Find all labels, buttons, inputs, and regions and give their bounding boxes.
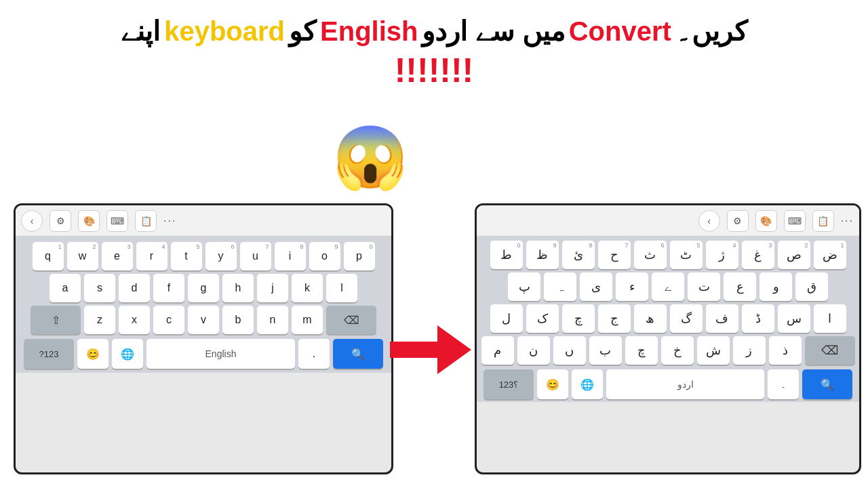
- key-gaf[interactable]: گ: [670, 304, 703, 333]
- right-more-options-icon[interactable]: ···: [841, 215, 854, 227]
- urdu-period-key[interactable]: ۔: [768, 369, 799, 399]
- key-waw[interactable]: و: [760, 272, 792, 301]
- right-keyboard-icon[interactable]: ⌨: [784, 210, 806, 232]
- key-k[interactable]: k: [292, 274, 323, 302]
- key-row-3: ⇧ z x c v b n m ⌫: [20, 306, 387, 334]
- forward-button[interactable]: ›: [698, 210, 720, 232]
- key-lam[interactable]: ل: [490, 304, 523, 333]
- key-c[interactable]: c: [153, 306, 184, 334]
- key-zhe[interactable]: 4ژ: [706, 241, 738, 269]
- right-palette-icon[interactable]: 🎨: [755, 210, 777, 232]
- key-p[interactable]: 0p: [344, 242, 375, 270]
- globe-key[interactable]: 🌐: [112, 339, 143, 369]
- search-key[interactable]: 🔍: [333, 339, 383, 369]
- more-options-icon[interactable]: ···: [163, 215, 176, 227]
- back-button[interactable]: ‹: [21, 210, 43, 232]
- exclaim-marks: !!!!!!!: [14, 49, 854, 93]
- key-ye-hamza[interactable]: 8ئ: [562, 241, 595, 269]
- key-ain[interactable]: ع: [724, 272, 756, 301]
- key-shin[interactable]: ش: [697, 336, 730, 365]
- key-jim[interactable]: ج: [598, 304, 631, 333]
- emoji-shocked: 😱: [332, 122, 408, 193]
- key-x[interactable]: x: [119, 306, 150, 334]
- key-t[interactable]: 5t: [171, 242, 202, 270]
- key-kaf[interactable]: ک: [526, 304, 559, 333]
- key-q[interactable]: 1q: [33, 242, 64, 270]
- emoji-key[interactable]: 😊: [77, 339, 108, 369]
- title-urdu-end: کریں۔: [675, 14, 747, 49]
- key-e[interactable]: 3e: [102, 242, 133, 270]
- key-mim[interactable]: م: [481, 336, 514, 365]
- key-m[interactable]: m: [292, 306, 323, 334]
- key-chah[interactable]: چ: [625, 336, 658, 365]
- key-y[interactable]: 6y: [205, 242, 237, 270]
- key-i[interactable]: 8i: [275, 242, 306, 270]
- keyboard-icon[interactable]: ⌨: [106, 210, 128, 232]
- title-english: English: [320, 14, 418, 49]
- key-alef[interactable]: ا: [814, 304, 846, 333]
- key-dad[interactable]: 1ض: [814, 241, 846, 269]
- key-sin[interactable]: س: [778, 304, 810, 333]
- key-zaa[interactable]: 9ظ: [526, 241, 559, 269]
- settings-icon[interactable]: ⚙: [50, 210, 71, 232]
- period-key[interactable]: .: [298, 339, 330, 369]
- palette-icon[interactable]: 🎨: [78, 210, 100, 232]
- key-hah[interactable]: ھ: [634, 304, 667, 333]
- urdu-num-key[interactable]: ؟123: [484, 369, 534, 399]
- key-r[interactable]: 4r: [136, 242, 167, 270]
- key-v[interactable]: v: [188, 306, 219, 334]
- key-pe[interactable]: پ: [508, 272, 540, 301]
- key-d[interactable]: d: [119, 274, 150, 302]
- key-ba[interactable]: ب: [589, 336, 622, 365]
- key-nun[interactable]: ن: [517, 336, 550, 365]
- key-che[interactable]: چ: [562, 304, 595, 333]
- urdu-emoji-key[interactable]: 😊: [537, 369, 568, 399]
- urdu-search-key[interactable]: 🔍: [802, 369, 852, 399]
- urdu-space-key[interactable]: اردو: [606, 369, 764, 399]
- key-khah[interactable]: خ: [661, 336, 694, 365]
- key-zayn[interactable]: ز: [733, 336, 766, 365]
- key-f[interactable]: f: [153, 274, 184, 302]
- shift-key[interactable]: ⇧: [31, 306, 81, 334]
- key-hamza[interactable]: ء: [616, 272, 648, 301]
- key-g[interactable]: g: [188, 274, 219, 302]
- num-key[interactable]: ?123: [24, 339, 74, 369]
- key-te[interactable]: 5ٹ: [670, 241, 703, 269]
- key-o[interactable]: 9o: [309, 242, 340, 270]
- urdu-globe-key[interactable]: 🌐: [572, 369, 603, 399]
- key-l[interactable]: l: [326, 274, 357, 302]
- space-key[interactable]: English: [146, 339, 295, 369]
- key-ghain[interactable]: 3غ: [742, 241, 774, 269]
- key-ye[interactable]: ی: [580, 272, 612, 301]
- key-te2[interactable]: ت: [688, 272, 720, 301]
- key-u[interactable]: 7u: [240, 242, 271, 270]
- title-convert: Convert: [569, 14, 671, 49]
- clipboard-icon[interactable]: 📋: [135, 210, 157, 232]
- key-a[interactable]: a: [50, 274, 81, 302]
- key-noon-gh[interactable]: ں: [553, 336, 586, 365]
- key-se[interactable]: 6ث: [634, 241, 667, 269]
- urdu-row-5: ؟123 😊 🌐 اردو ۔ 🔍: [479, 368, 856, 401]
- key-heh[interactable]: ہ: [544, 272, 576, 301]
- key-ye2[interactable]: ے: [652, 272, 684, 301]
- key-j[interactable]: j: [257, 274, 288, 302]
- key-n[interactable]: n: [257, 306, 288, 334]
- key-he[interactable]: 7ح: [598, 241, 631, 269]
- key-b[interactable]: b: [222, 306, 254, 334]
- key-z[interactable]: z: [84, 306, 115, 334]
- key-qaf[interactable]: ق: [795, 272, 828, 301]
- key-ta[interactable]: 0ط: [490, 241, 523, 269]
- right-clipboard-icon[interactable]: 📋: [812, 210, 834, 232]
- key-row-2: a s d f g h j k l: [20, 274, 387, 302]
- backspace-key[interactable]: ⌫: [326, 306, 376, 334]
- key-sad[interactable]: 2ص: [778, 241, 810, 269]
- key-fa[interactable]: ف: [706, 304, 738, 333]
- urdu-backspace-key[interactable]: ⌫: [805, 336, 855, 365]
- title-urdu-ko: کو: [289, 14, 316, 49]
- right-settings-icon[interactable]: ⚙: [727, 210, 749, 232]
- key-zal[interactable]: ذ: [769, 336, 802, 365]
- key-h[interactable]: h: [222, 274, 254, 302]
- key-dal[interactable]: ڈ: [742, 304, 774, 333]
- key-w[interactable]: 2w: [67, 242, 98, 270]
- key-s[interactable]: s: [84, 274, 115, 302]
